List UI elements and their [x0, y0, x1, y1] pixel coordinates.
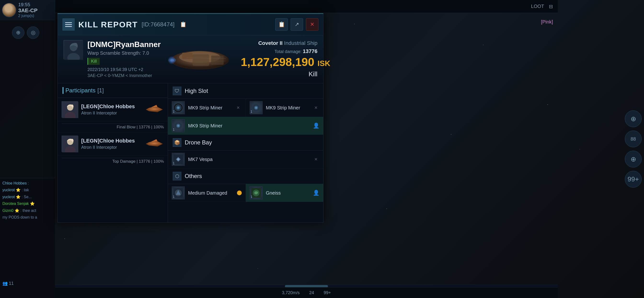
participant-2-avatar-svg	[62, 136, 78, 152]
strip-miner-2-svg	[251, 103, 261, 112]
others-item-2[interactable]: 1 Gneiss 👤	[246, 184, 324, 202]
filter-button[interactable]: ⊟	[549, 4, 553, 9]
kill-report-panel: KILL REPORT [ID:7668474] 📋 📋 ↗ ✕ [DNMC]R…	[58, 13, 324, 223]
drone-bay-icon: 📦	[173, 138, 181, 147]
drone-bay-item-1[interactable]: 1 MK7 Vespa ×	[168, 151, 323, 169]
loot-button[interactable]: LOOT	[531, 4, 544, 9]
right-action-4[interactable]: 99+	[625, 171, 642, 188]
svg-point-33	[177, 158, 180, 161]
medium-damaged-indicator	[237, 191, 242, 195]
gneiss-svg	[251, 188, 261, 198]
participant-1-info: [LEGN]Chloe Hobbes Atron II Interceptor	[81, 103, 141, 116]
panel-header: KILL REPORT [ID:7668474] 📋 📋 ↗ ✕	[58, 14, 323, 35]
svg-rect-8	[211, 56, 224, 65]
right-action-2[interactable]: 88	[625, 130, 642, 147]
participant-2-ship-icon	[145, 137, 164, 151]
panel-title: KILL REPORT	[78, 20, 138, 29]
participant-1-ship-icon	[145, 103, 164, 116]
medium-damaged-icon: 1	[172, 186, 185, 199]
vespa-name: MK7 Vespa	[188, 157, 309, 162]
bottom-num2: 99+	[324, 290, 331, 295]
chat-line-2: yuckrot ⭐ : tak	[2, 187, 53, 193]
chat-line-5: Gizm0 ⭐ : thee act	[2, 208, 53, 213]
participant-2-stats: Top Damage | 13776 | 100%	[62, 158, 164, 164]
export-button[interactable]: ↗	[290, 18, 303, 31]
chat-line-6: my PODS down to a	[2, 215, 53, 220]
sidebar-top: 19:55 3AE-CP 2 jump(s)	[0, 0, 55, 20]
hamburger-line-2	[65, 24, 72, 25]
ship-type: Covetor II Industrial Ship	[241, 40, 318, 46]
isk-value: 1,127,298,190 ISK	[241, 56, 318, 68]
strip-miner-3-name: MK9 Strip Miner	[188, 123, 310, 129]
ship-model-area	[166, 40, 236, 78]
sidebar-icon-2[interactable]: ◎	[27, 26, 39, 39]
right-action-1[interactable]: ⊕	[625, 110, 642, 127]
vespa-svg	[174, 155, 183, 164]
others-item-1[interactable]: 1 Medium Damaged	[168, 184, 246, 202]
header-actions: 📋 ↗ ✕	[275, 18, 318, 31]
kill-location: 3AE-CP < 0-YMZM < Insmmother	[88, 73, 161, 78]
participants-header: Participants [1]	[58, 83, 168, 98]
participant-avatar-2	[62, 135, 78, 152]
high-slot-item-3[interactable]: 1 MK9 Strip Miner 👤	[168, 117, 323, 135]
strip-miner-1-icon: 1	[172, 101, 185, 114]
right-action-3[interactable]: ⊕	[625, 151, 642, 168]
notes-button[interactable]: 📋	[275, 18, 288, 31]
bottom-bar: 3,720m/s 24 99+	[55, 287, 558, 298]
victim-details: [DNMC]RyanBanner Warp Scramble Strength:…	[88, 40, 161, 78]
high-slot-item-2[interactable]: 1 MK9 Strip Miner ×	[246, 99, 324, 117]
participant-2-name: [LEGN]Chloe Hobbes	[81, 138, 141, 144]
ship-info-area: [DNMC]RyanBanner Warp Scramble Strength:…	[58, 35, 323, 83]
others-header: ⬡ Others	[168, 169, 323, 184]
hamburger-button[interactable]	[62, 19, 74, 31]
sidebar-header-info: 19:55 3AE-CP 2 jump(s)	[18, 2, 38, 18]
strip-miner-1-remove[interactable]: ×	[235, 104, 242, 112]
svg-point-30	[177, 125, 179, 127]
strip-miner-1-svg	[174, 103, 183, 112]
top-bar: LOOT ⊟	[55, 0, 558, 13]
strip-miner-1-name: MK9 Strip Miner	[188, 105, 232, 111]
participant-avatar-1	[62, 101, 78, 117]
high-slot-title: High Slot	[185, 88, 208, 94]
copy-icon[interactable]: 📋	[180, 21, 186, 28]
participant-1-name: [LEGN]Chloe Hobbes	[81, 103, 141, 110]
strip-miner-3-icon: 1	[172, 119, 185, 132]
participant-row-2[interactable]: [LEGN]Chloe Hobbes Atron II Interceptor	[58, 132, 168, 156]
high-slot-item-1[interactable]: 1 MK9 Strip Miner ×	[168, 99, 246, 117]
ship-stats-area: Covetor II Industrial Ship Total damage:…	[241, 40, 318, 78]
chat-line-4: Dorotea Senjak ⭐	[2, 201, 53, 206]
chat-area: Chloe Hobbes : yuckrot ⭐ : tak yuckrot ⭐…	[0, 178, 55, 298]
hamburger-line-3	[65, 26, 72, 27]
high-slot-icon: 🛡	[173, 87, 181, 95]
participant-2-info: [LEGN]Chloe Hobbes Atron II Interceptor	[81, 138, 141, 150]
speed-display: 3,720m/s	[282, 290, 300, 295]
kill-time: 2022/10/10 19:54:39 UTC +2	[88, 67, 161, 72]
medium-damaged-svg	[174, 188, 183, 198]
close-button[interactable]: ✕	[306, 18, 318, 31]
svg-rect-5	[182, 53, 192, 59]
time-display: 19:55	[18, 2, 38, 8]
chat-line-3: yuckrot ⭐ : Se...	[2, 194, 53, 200]
gneiss-icon: 1	[250, 186, 262, 199]
chat-line-1: Chloe Hobbes :	[2, 181, 53, 186]
svg-point-27	[255, 107, 257, 109]
right-action-col: ⊕ 88 ⊕ 99+	[625, 110, 642, 188]
strip-miner-2-remove[interactable]: ×	[312, 104, 319, 112]
participant-1-ship: Atron II Interceptor	[81, 111, 141, 116]
strip-miner-3-selected: 👤	[313, 123, 319, 129]
vespa-remove[interactable]: ×	[312, 155, 319, 163]
victim-name: [DNMC]RyanBanner	[88, 40, 161, 49]
others-title: Others	[185, 173, 202, 180]
player-avatar	[2, 3, 16, 17]
gneiss-name: Gneiss	[266, 190, 310, 196]
svg-rect-7	[192, 54, 209, 66]
participant-row-1[interactable]: [LEGN]Chloe Hobbes Atron II Interceptor	[58, 98, 168, 121]
sidebar-icon-1[interactable]: ⊕	[12, 26, 24, 39]
gneiss-selected: 👤	[313, 190, 319, 196]
participant-2-ship: Atron II Interceptor	[81, 145, 141, 150]
content-area: Participants [1] [LEGN]Chloe Hobbes Atro…	[58, 83, 323, 222]
svg-point-24	[177, 107, 179, 109]
pink-label: [Pink]	[541, 19, 553, 25]
scroll-bar-area	[55, 285, 558, 287]
drone-bay-header: 📦 Drone Bay	[168, 135, 323, 151]
